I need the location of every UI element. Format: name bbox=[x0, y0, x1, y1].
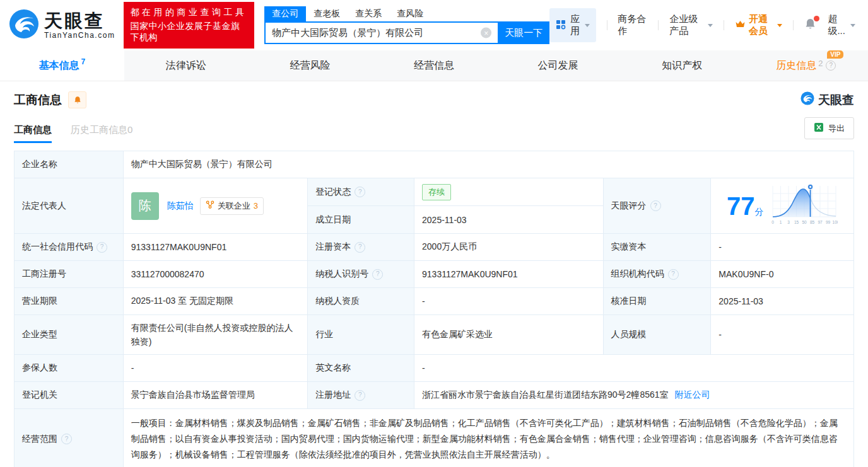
svg-text:100: 100 bbox=[833, 220, 838, 224]
tianyancha-logo-icon bbox=[9, 9, 39, 42]
legal-rep-avatar[interactable]: 陈 bbox=[131, 192, 159, 220]
company-type-label: 企业类型 bbox=[15, 315, 124, 355]
company-name-value: 物产中大国际贸易（景宁）有限公司 bbox=[124, 151, 854, 178]
nearby-companies-link[interactable]: 附近公司 bbox=[675, 389, 710, 401]
tab-company-development[interactable]: 公司发展 bbox=[496, 50, 620, 81]
staff-size-label: 人员规模 bbox=[604, 315, 712, 355]
business-scope-value: 一般项目：金属材料销售；煤炭及制品销售；金属矿石销售；非金属矿及制品销售；化工产… bbox=[124, 409, 854, 467]
vip-badge: VIP bbox=[827, 50, 843, 59]
tab-count: 2 bbox=[818, 59, 823, 68]
search-input[interactable] bbox=[264, 21, 498, 44]
user-menu[interactable]: 超级... bbox=[828, 13, 855, 37]
search-button[interactable]: 天眼一下 bbox=[498, 21, 549, 44]
table-row: 登记机关 景宁畲族自治县市场监督管理局 注册地址 ? 浙江省丽水市景宁畲族自治县… bbox=[15, 382, 854, 409]
company-type-value: 有限责任公司(非自然人投资或控股的法人独资) bbox=[124, 315, 308, 355]
score-distribution-chart: 0 1 3 15 50 85 97 99 100 bbox=[771, 182, 838, 229]
tab-intellectual-property[interactable]: 知识产权 bbox=[620, 50, 744, 81]
legal-rep-name-link[interactable]: 陈茹怡 bbox=[167, 200, 194, 212]
tab-count: 7 bbox=[81, 57, 85, 66]
subtab-count: 0 bbox=[127, 124, 132, 135]
svg-text:50: 50 bbox=[802, 220, 807, 224]
search-tab-relation[interactable]: 查关系 bbox=[348, 6, 389, 21]
promo-line2: 国家中小企业发展子基金旗下机构 bbox=[130, 21, 248, 43]
tab-legal-proceedings[interactable]: 法律诉讼 bbox=[124, 50, 249, 81]
help-icon[interactable]: ? bbox=[826, 61, 836, 71]
unified-code-label: 统一社会信用代码 ? bbox=[15, 234, 124, 261]
username: 超级... bbox=[828, 13, 847, 37]
chevron-down-icon bbox=[850, 24, 855, 27]
business-info-table: 企业名称 物产中大国际贸易（景宁）有限公司 法定代表人 陈 陈茹怡 关联企业 3 bbox=[14, 151, 854, 467]
menu-cooperation[interactable]: 商务合作 bbox=[618, 13, 647, 37]
search-tab-company[interactable]: 查公司 bbox=[264, 6, 306, 21]
unified-code-value: 91331127MAK0U9NF01 bbox=[124, 234, 308, 261]
table-row: 企业类型 有限责任公司(非自然人投资或控股的法人独资) 行业 有色金属矿采选业 … bbox=[15, 315, 854, 355]
export-button[interactable]: 导出 bbox=[804, 117, 854, 139]
reg-status-value: 存续 bbox=[414, 178, 604, 206]
score-number: 77 bbox=[727, 192, 755, 220]
help-icon[interactable]: ? bbox=[650, 200, 661, 211]
divider bbox=[607, 20, 607, 30]
help-icon[interactable]: ? bbox=[97, 242, 107, 253]
tab-basic-info[interactable]: 基本信息 7 bbox=[0, 50, 124, 81]
industry-value: 有色金属矿采选业 bbox=[414, 315, 604, 355]
reg-authority-label: 登记机关 bbox=[15, 382, 124, 409]
help-icon[interactable]: ? bbox=[668, 269, 679, 280]
clear-icon[interactable]: × bbox=[481, 28, 491, 38]
help-icon[interactable]: ? bbox=[372, 269, 383, 280]
tab-history-info[interactable]: 历史信息 VIP 2 ? bbox=[744, 50, 868, 81]
watermark-logo-icon bbox=[801, 91, 814, 108]
monitor-bell-button[interactable] bbox=[68, 91, 86, 108]
table-row: 企业名称 物产中大国际贸易（景宁）有限公司 bbox=[15, 151, 854, 178]
svg-text:0: 0 bbox=[772, 220, 775, 224]
reg-authority-value: 景宁畲族自治县市场监督管理局 bbox=[124, 382, 308, 409]
help-icon[interactable]: ? bbox=[355, 187, 365, 197]
table-row: 营业期限 2025-11-03 至 无固定期限 纳税人资质 - 核准日期 202… bbox=[15, 288, 854, 315]
svg-text:99: 99 bbox=[826, 220, 831, 224]
table-row: 参保人数 - 英文名称 - bbox=[15, 355, 854, 382]
help-icon[interactable]: ? bbox=[355, 390, 365, 401]
subtab-business-registration[interactable]: 工商信息 bbox=[14, 124, 52, 143]
monitor-bell-icon bbox=[73, 96, 82, 105]
svg-text:15: 15 bbox=[794, 220, 799, 224]
search-tab-risk[interactable]: 查风险 bbox=[389, 6, 431, 21]
apps-label: 应用 bbox=[570, 13, 580, 37]
help-icon[interactable]: ? bbox=[355, 242, 365, 253]
org-code-value: MAK0U9NF-0 bbox=[711, 261, 854, 288]
status-badge: 存续 bbox=[422, 184, 451, 200]
score-value[interactable]: 77分 bbox=[711, 178, 854, 234]
business-term-value: 2025-11-03 至 无固定期限 bbox=[124, 288, 308, 315]
brand-name: 天眼查 bbox=[44, 11, 115, 30]
menu-enterprise-products[interactable]: 企业级产品 bbox=[669, 13, 713, 37]
subtab-history-registration[interactable]: 历史工商信息0 bbox=[71, 124, 132, 143]
watermark-logo: 天眼查 bbox=[801, 91, 854, 108]
tab-business-risk[interactable]: 经营风险 bbox=[248, 50, 372, 81]
reg-address-label: 注册地址 ? bbox=[308, 382, 414, 409]
reg-address-value: 浙江省丽水市景宁畲族自治县红星街道团结东路90号2幢8561室 附近公司 bbox=[414, 382, 854, 409]
search-block: 查公司 查老板 查关系 查风险 × 天眼一下 bbox=[264, 6, 549, 44]
english-name-label: 英文名称 bbox=[308, 355, 414, 382]
help-icon[interactable]: ? bbox=[61, 434, 72, 444]
menu-open-membership[interactable]: 开通会员 bbox=[735, 13, 782, 37]
taxpayer-id-label: 纳税人识别号 ? bbox=[308, 261, 414, 288]
search-tab-boss[interactable]: 查老板 bbox=[306, 6, 348, 21]
chevron-down-icon bbox=[585, 24, 590, 27]
insured-count-value: - bbox=[124, 355, 308, 382]
establish-date-label: 成立日期 bbox=[308, 206, 414, 234]
excel-icon bbox=[814, 122, 824, 134]
search-tabs: 查公司 查老板 查关系 查风险 bbox=[264, 6, 549, 21]
tianyancha-logo[interactable]: 天眼查 TianYanCha.com bbox=[9, 9, 115, 42]
industry-label: 行业 bbox=[308, 315, 414, 355]
divider bbox=[658, 20, 659, 30]
table-row: 工商注册号 331127000082470 纳税人识别号 ? 91331127M… bbox=[15, 261, 854, 288]
svg-text:3: 3 bbox=[788, 220, 790, 224]
svg-text:97: 97 bbox=[818, 220, 823, 224]
business-scope-label: 经营范围 ? bbox=[15, 409, 124, 467]
tab-business-info[interactable]: 经营信息 bbox=[372, 50, 496, 81]
apps-grid-icon bbox=[556, 20, 566, 32]
related-companies-badge[interactable]: 关联企业 3 bbox=[200, 197, 264, 215]
company-name-label: 企业名称 bbox=[15, 151, 124, 178]
table-row: 统一社会信用代码 ? 91331127MAK0U9NF01 注册资本 ? 200… bbox=[15, 234, 854, 261]
notifications-button[interactable] bbox=[804, 18, 817, 33]
taxpayer-id-value: 91331127MAK0U9NF01 bbox=[414, 261, 604, 288]
apps-button[interactable]: 应用 bbox=[549, 8, 595, 42]
